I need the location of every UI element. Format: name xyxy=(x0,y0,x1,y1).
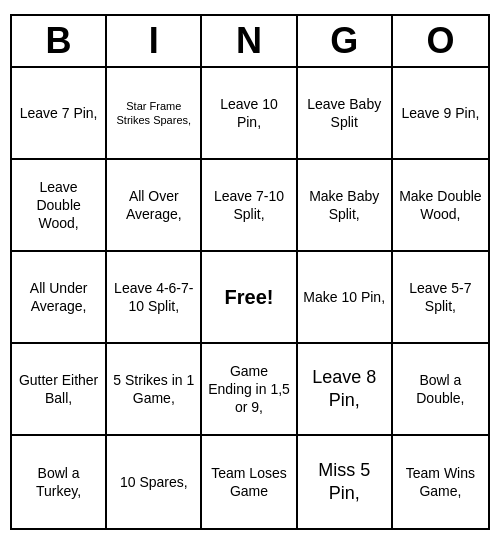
bingo-cell-23: Miss 5 Pin, xyxy=(298,436,393,528)
bingo-cell-17: Game Ending in 1,5 or 9, xyxy=(202,344,297,436)
bingo-cell-2: Leave 10 Pin, xyxy=(202,68,297,160)
bingo-cell-4: Leave 9 Pin, xyxy=(393,68,488,160)
bingo-cell-3: Leave Baby Split xyxy=(298,68,393,160)
bingo-cell-12: Free! xyxy=(202,252,297,344)
bingo-cell-18: Leave 8 Pin, xyxy=(298,344,393,436)
bingo-cell-15: Gutter Either Ball, xyxy=(12,344,107,436)
bingo-cell-19: Bowl a Double, xyxy=(393,344,488,436)
bingo-cell-13: Make 10 Pin, xyxy=(298,252,393,344)
bingo-cell-16: 5 Strikes in 1 Game, xyxy=(107,344,202,436)
bingo-cell-22: Team Loses Game xyxy=(202,436,297,528)
header-letter-o: O xyxy=(393,16,488,66)
bingo-cell-5: Leave Double Wood, xyxy=(12,160,107,252)
bingo-cell-24: Team Wins Game, xyxy=(393,436,488,528)
bingo-header: BINGO xyxy=(12,16,488,68)
bingo-grid: Leave 7 Pin,Star Frame Strikes Spares,Le… xyxy=(12,68,488,528)
bingo-cell-8: Make Baby Split, xyxy=(298,160,393,252)
bingo-cell-6: All Over Average, xyxy=(107,160,202,252)
bingo-cell-11: Leave 4-6-7-10 Split, xyxy=(107,252,202,344)
bingo-cell-20: Bowl a Turkey, xyxy=(12,436,107,528)
bingo-cell-14: Leave 5-7 Split, xyxy=(393,252,488,344)
bingo-cell-9: Make Double Wood, xyxy=(393,160,488,252)
header-letter-b: B xyxy=(12,16,107,66)
header-letter-i: I xyxy=(107,16,202,66)
header-letter-n: N xyxy=(202,16,297,66)
bingo-card: BINGO Leave 7 Pin,Star Frame Strikes Spa… xyxy=(10,14,490,530)
bingo-cell-21: 10 Spares, xyxy=(107,436,202,528)
bingo-cell-10: All Under Average, xyxy=(12,252,107,344)
bingo-cell-1: Star Frame Strikes Spares, xyxy=(107,68,202,160)
bingo-cell-0: Leave 7 Pin, xyxy=(12,68,107,160)
bingo-cell-7: Leave 7-10 Split, xyxy=(202,160,297,252)
header-letter-g: G xyxy=(298,16,393,66)
